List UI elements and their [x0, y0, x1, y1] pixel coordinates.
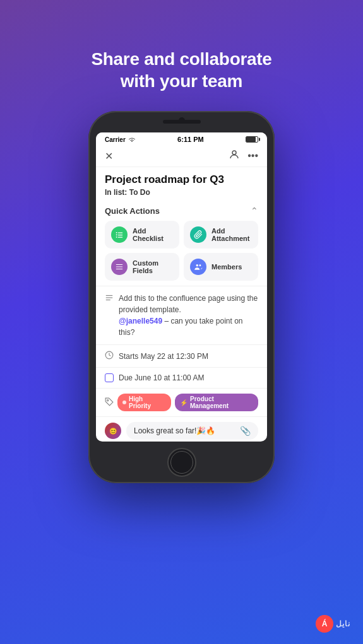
start-date-row: Starts May 22 at 12:30 PM	[96, 344, 267, 367]
svg-point-10	[196, 264, 199, 267]
close-button[interactable]: ✕	[105, 150, 113, 162]
carrier-area: Carrier	[105, 136, 136, 143]
task-list-info: In list: To Do	[105, 188, 258, 197]
add-attachment-button[interactable]: Add Attachment	[184, 221, 258, 249]
quick-actions-section: Quick Actions ⌃	[96, 201, 267, 286]
svg-rect-9	[116, 269, 123, 269]
description-section: Add this to the confluence page using th…	[96, 286, 267, 344]
quick-actions-title: Quick Actions	[105, 206, 160, 216]
watermark-brand: نايل	[336, 619, 350, 628]
checklist-icon	[111, 226, 128, 243]
nav-bar: ✕ •••	[96, 145, 267, 167]
watermark: Á نايل	[316, 615, 350, 633]
description-text: Add this to the confluence page using th…	[119, 293, 258, 338]
add-attachment-label: Add Attachment	[211, 227, 252, 242]
svg-rect-1	[116, 232, 117, 233]
priority-tag[interactable]: High Priority	[117, 394, 171, 411]
headline-line2: with your team	[121, 71, 242, 91]
quick-actions-header: Quick Actions ⌃	[105, 206, 258, 216]
team-icon: ⚡	[180, 399, 187, 406]
members-label: Members	[211, 263, 242, 271]
more-options-button[interactable]: •••	[247, 150, 258, 161]
svg-point-0	[232, 151, 236, 155]
comment-attachment-icon[interactable]: 📎	[240, 426, 251, 436]
add-checklist-label: Add Checklist	[133, 227, 173, 242]
svg-rect-5	[118, 235, 123, 235]
mention[interactable]: @janelle549	[119, 317, 162, 325]
list-label: In list:	[105, 188, 127, 197]
priority-label: High Priority	[129, 395, 166, 409]
speaker	[163, 120, 201, 124]
svg-point-16	[107, 399, 109, 401]
comment-row: 😊 Looks great so far!🎉🔥 📎	[96, 416, 267, 442]
add-checklist-button[interactable]: Add Checklist	[105, 221, 179, 249]
custom-fields-button[interactable]: Custom Fields	[105, 253, 179, 281]
home-button-inner	[170, 451, 193, 474]
tag-icon	[105, 397, 114, 408]
due-date-row: Due June 10 at 11:00 AM	[96, 367, 267, 388]
watermark-logo: Á	[316, 615, 333, 633]
task-header: Project roadmap for Q3 In list: To Do	[96, 167, 267, 201]
description-icon	[105, 293, 114, 304]
team-tag[interactable]: ⚡ Product Management	[175, 394, 258, 411]
home-button[interactable]	[167, 448, 196, 477]
collapse-icon[interactable]: ⌃	[251, 206, 258, 216]
task-title: Project roadmap for Q3	[105, 173, 258, 186]
priority-dot	[122, 401, 126, 404]
attachment-action-icon	[190, 226, 206, 243]
start-date-text: Starts May 22 at 12:30 PM	[119, 352, 208, 361]
due-date-text: Due June 10 at 11:00 AM	[119, 373, 204, 382]
actions-grid: Add Checklist Add Attachment	[105, 221, 258, 281]
nav-icons: •••	[229, 149, 258, 163]
avatar: 😊	[105, 423, 121, 439]
comment-text: Looks great so far!🎉🔥	[134, 426, 215, 435]
phone-mockup: Carrier 6:11 PM ✕	[88, 111, 275, 483]
clock-icon	[105, 351, 114, 361]
svg-rect-6	[118, 237, 123, 238]
svg-rect-2	[116, 235, 117, 236]
members-icon	[190, 259, 206, 275]
time-label: 6:11 PM	[177, 136, 204, 143]
comment-input[interactable]: Looks great so far!🎉🔥 📎	[126, 422, 258, 440]
svg-rect-3	[116, 237, 117, 238]
custom-fields-icon	[111, 259, 128, 275]
svg-rect-4	[118, 233, 123, 233]
svg-rect-8	[116, 267, 123, 267]
svg-rect-7	[116, 264, 123, 265]
tags-row: High Priority ⚡ Product Management	[96, 388, 267, 416]
battery-icon	[246, 136, 258, 143]
headline-line1: Share and collaborate	[91, 49, 271, 69]
screen: Carrier 6:11 PM ✕	[96, 132, 267, 442]
status-bar: Carrier 6:11 PM	[96, 132, 267, 145]
due-date-checkbox[interactable]	[105, 373, 114, 382]
person-icon[interactable]	[229, 149, 240, 163]
wifi-icon	[128, 137, 136, 143]
members-button[interactable]: Members	[184, 253, 258, 281]
content-area: Project roadmap for Q3 In list: To Do Qu…	[96, 167, 267, 442]
headline: Share and collaborate with your team	[66, 24, 297, 92]
custom-fields-label: Custom Fields	[133, 259, 173, 274]
svg-point-11	[199, 265, 201, 267]
list-name: To Do	[129, 188, 150, 197]
carrier-label: Carrier	[105, 136, 126, 143]
desc-text-1: Add this to the confluence page using th…	[119, 294, 258, 314]
team-label: Product Management	[190, 395, 253, 409]
